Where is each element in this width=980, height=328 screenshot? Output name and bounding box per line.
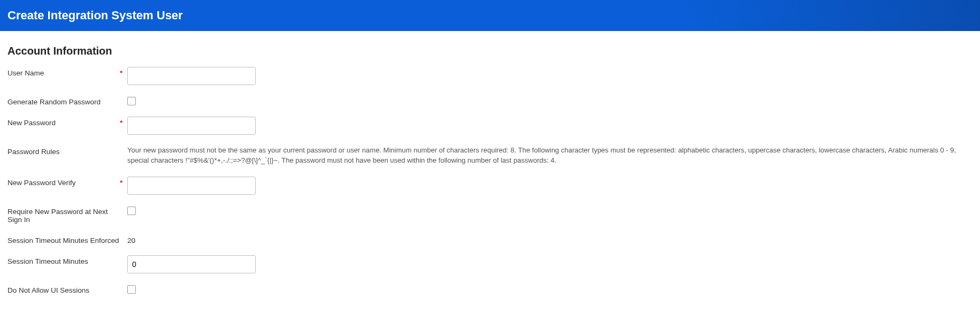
new-password-input[interactable]	[127, 117, 256, 135]
label-password-rules: Password Rules	[7, 146, 120, 156]
label-generate-random: Generate Random Password	[7, 96, 120, 106]
row-session-timeout-minutes: Session Timeout Minutes	[7, 255, 973, 273]
generate-random-checkbox[interactable]	[127, 97, 136, 105]
password-rules-text: Your new password must not be the same a…	[127, 146, 962, 166]
label-session-timeout-minutes: Session Timeout Minutes	[7, 255, 120, 265]
label-new-password-verify: New Password Verify	[7, 177, 120, 187]
label-new-password: New Password	[7, 117, 120, 127]
row-require-new-password: Require New Password at Next Sign In	[7, 205, 973, 224]
required-marker: *	[120, 119, 122, 127]
session-timeout-enforced-value: 20	[127, 234, 135, 245]
label-username: User Name	[7, 67, 120, 77]
row-new-password-verify: New Password Verify *	[7, 177, 973, 195]
required-marker: *	[120, 179, 122, 187]
row-do-not-allow-ui: Do Not Allow UI Sessions	[7, 284, 973, 294]
page-header: Create Integration System User	[0, 0, 980, 31]
new-password-verify-input[interactable]	[127, 177, 256, 195]
username-input[interactable]	[127, 67, 256, 85]
session-timeout-minutes-input[interactable]	[127, 255, 256, 273]
label-require-new-password: Require New Password at Next Sign In	[7, 205, 120, 224]
label-session-timeout-enforced: Session Timeout Minutes Enforced	[7, 234, 120, 245]
page-title: Create Integration System User	[7, 9, 973, 22]
row-password-rules: Password Rules Your new password must no…	[7, 146, 973, 166]
row-session-timeout-enforced: Session Timeout Minutes Enforced 20	[7, 234, 973, 245]
row-username: User Name *	[7, 67, 973, 85]
require-new-password-checkbox[interactable]	[127, 207, 136, 215]
label-do-not-allow-ui: Do Not Allow UI Sessions	[7, 284, 120, 294]
required-marker: *	[120, 69, 122, 77]
form-content: Account Information User Name * Generate…	[0, 31, 980, 315]
do-not-allow-ui-checkbox[interactable]	[127, 285, 136, 294]
section-title: Account Information	[7, 45, 973, 57]
row-new-password: New Password *	[7, 117, 973, 135]
row-generate-random: Generate Random Password	[7, 96, 973, 106]
